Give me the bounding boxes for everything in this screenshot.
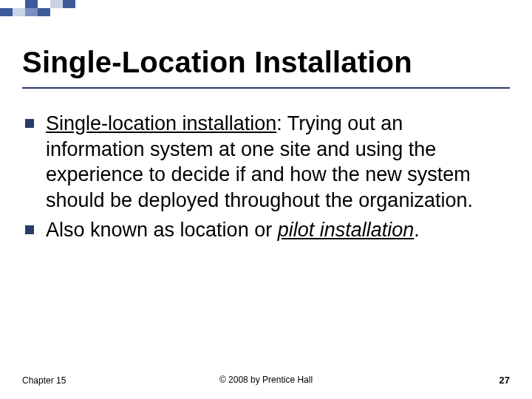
slide: Single-Location Installation Single-loca…	[0, 0, 532, 399]
page-number: 27	[499, 375, 510, 386]
body-content: Single-location installation: Trying out…	[46, 111, 502, 248]
term-underlined: Single-location installation	[46, 112, 276, 134]
corner-decoration	[0, 0, 133, 16]
square-bullet-icon	[25, 119, 34, 128]
square-bullet-icon	[25, 225, 34, 234]
footer-center: © 2008 by Prentice Hall	[219, 375, 313, 385]
bullet-suffix: .	[414, 219, 420, 241]
bullet-prefix: Also known as location or	[46, 219, 278, 241]
bullet-text: Single-location installation: Trying out…	[46, 111, 502, 213]
bullet-text: Also known as location or pilot installa…	[46, 217, 502, 243]
list-item: Also known as location or pilot installa…	[46, 217, 502, 243]
footer: Chapter 15 © 2008 by Prentice Hall 27	[22, 375, 510, 386]
term-underlined-italic: pilot installation	[278, 219, 415, 241]
title-divider	[22, 87, 510, 89]
list-item: Single-location installation: Trying out…	[46, 111, 502, 213]
slide-title: Single-Location Installation	[22, 46, 510, 79]
footer-left: Chapter 15	[22, 375, 66, 386]
